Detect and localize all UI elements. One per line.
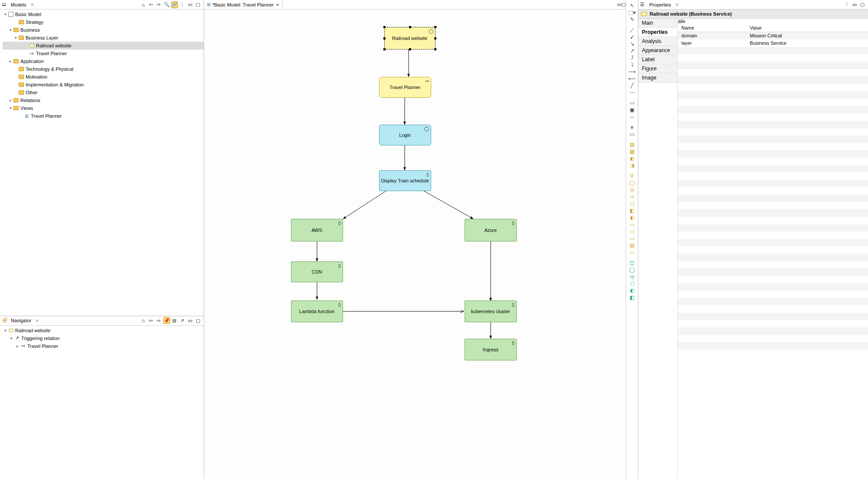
palette-biz2-icon[interactable]: ▦	[628, 149, 636, 155]
palette-line3-icon[interactable]: ↘	[628, 41, 636, 47]
back-icon[interactable]: ⇦	[148, 317, 155, 324]
nav-travel-planner[interactable]: ▸⇨ Travel Planner	[3, 342, 204, 350]
palette-note-icon[interactable]: ▭	[628, 100, 636, 106]
palette-line8-icon[interactable]: ⟵	[628, 76, 636, 82]
tab-properties[interactable]: Properties	[638, 28, 677, 37]
view-menu-icon[interactable]: ⋮	[179, 1, 186, 8]
search-icon[interactable]: 🔍	[163, 1, 170, 8]
tab-main[interactable]: Main	[638, 19, 677, 28]
minimize-icon[interactable]: ▭	[187, 317, 194, 324]
view-menu-icon[interactable]: ⋮	[843, 1, 850, 8]
table-row[interactable]: layer Business Service	[678, 40, 868, 47]
forward-icon[interactable]: ⇨	[155, 317, 162, 324]
palette-biz3-icon[interactable]: ◐	[628, 155, 636, 162]
nav-triggering[interactable]: ▾↗ Triggering relation	[3, 334, 204, 342]
palette-line2-icon[interactable]: ↙	[628, 34, 636, 40]
palette-biz1-icon[interactable]: ▧	[628, 142, 636, 148]
node-aws[interactable]: AWS ▯	[291, 219, 343, 241]
palette-app5-icon[interactable]: ◐	[628, 287, 636, 294]
palette-object-icon[interactable]: ▭	[628, 235, 636, 241]
maximize-icon[interactable]: ▢	[621, 2, 626, 7]
home-icon[interactable]: ⌂	[140, 317, 147, 324]
tree-views[interactable]: ▾ Views	[3, 104, 204, 112]
palette-interface-icon[interactable]: ⇨	[628, 194, 636, 200]
tree-motivation[interactable]: Motivation	[3, 73, 204, 81]
tree-relations[interactable]: ▸ Relations	[3, 96, 204, 104]
palette-app6-icon[interactable]: ◧	[628, 294, 636, 301]
tree-business-layer[interactable]: ▾ Business Layer	[3, 34, 204, 42]
tab-figure[interactable]: Figure	[638, 64, 677, 73]
tree-implementation[interactable]: Implementation & Migration	[3, 81, 204, 89]
node-azure[interactable]: Azure ▯	[465, 219, 517, 241]
minimize-icon[interactable]: ▭	[851, 1, 858, 8]
palette-biz4-icon[interactable]: ◑	[628, 162, 636, 168]
tab-analysis[interactable]: Analysis	[638, 37, 677, 46]
close-icon[interactable]: ×	[29, 1, 36, 8]
tree-root[interactable]: ▾ Basic Model	[3, 10, 204, 18]
table-row[interactable]: domain Mission Critical	[678, 32, 868, 40]
tree-strategy[interactable]: Strategy	[3, 18, 204, 26]
palette-line4-icon[interactable]: ↗	[628, 48, 636, 54]
models-tree[interactable]: ▾ Basic Model Strategy ▾ Business ▾ Busi…	[0, 10, 204, 316]
palette-location-icon[interactable]: ⎈	[628, 124, 636, 130]
palette-line1-icon[interactable]: ／	[628, 27, 636, 33]
tree-application[interactable]: ▸ Application	[3, 57, 204, 65]
node-display-train[interactable]: Display Train schedule ▯	[379, 170, 431, 191]
palette-format-icon[interactable]: ✎	[628, 17, 636, 23]
palette-marquee-icon[interactable]: ⬚▾	[628, 10, 636, 16]
editor-tab[interactable]: ⊞ *Basic Model: Travel Planner ×	[204, 1, 283, 8]
close-icon[interactable]: ×	[34, 317, 41, 324]
close-icon[interactable]: ×	[276, 2, 279, 7]
tree-travel-planner[interactable]: ⇨ Travel Planner	[3, 50, 204, 57]
node-travel-planner[interactable]: Travel Planner ⇨	[379, 77, 431, 98]
maximize-icon[interactable]: ▢	[859, 1, 866, 8]
palette-app4-icon[interactable]: ⬠	[628, 281, 636, 287]
properties-table[interactable]: älle Name Value domain Mission Critical …	[677, 19, 868, 479]
palette-service-icon[interactable]: ▭	[628, 228, 636, 235]
palette-app2-icon[interactable]: ◯	[628, 267, 636, 273]
back-icon[interactable]: ⇦	[148, 1, 155, 8]
tab-image[interactable]: Image	[638, 73, 677, 83]
pin-icon[interactable]: 📌	[163, 317, 170, 324]
tree-other[interactable]: Other	[3, 89, 204, 96]
palette-event-icon[interactable]: ▭	[628, 221, 636, 228]
maximize-icon[interactable]: ▢	[195, 317, 201, 324]
palette-line5-icon[interactable]: ⤴	[628, 55, 636, 61]
maximize-icon[interactable]: ▢	[195, 1, 201, 8]
forward-icon[interactable]: ⇨	[155, 1, 162, 8]
palette-connect-icon[interactable]: ─	[628, 114, 636, 120]
node-railroad-website[interactable]: Railroad website ◯	[384, 27, 436, 50]
minimize-icon[interactable]: ▭	[617, 2, 621, 7]
nav-root[interactable]: ▾ Railroad website	[3, 327, 204, 334]
link-icon[interactable]: 🔗	[171, 1, 178, 8]
palette-junction-icon[interactable]: ▭	[628, 131, 636, 137]
close-icon[interactable]: ×	[673, 1, 680, 8]
palette-line9-icon[interactable]: ╱	[628, 83, 636, 89]
palette-contract-icon[interactable]: ▤	[628, 242, 636, 248]
navigator-tree[interactable]: ▾ Railroad website ▾↗ Triggering relatio…	[0, 326, 204, 479]
palette-line10-icon[interactable]: ⋯	[628, 89, 636, 96]
tab-appearance[interactable]: Appearance	[638, 46, 677, 55]
diagram-canvas[interactable]: Railroad website ◯ Travel Planner ⇨ Logi…	[204, 10, 626, 479]
palette-interaction-icon[interactable]: ◐	[628, 215, 636, 221]
palette-role-icon[interactable]: ◯	[628, 180, 636, 186]
palette-select-icon[interactable]: ↖	[628, 3, 636, 9]
minimize-icon[interactable]: ▭	[187, 1, 194, 8]
palette-line6-icon[interactable]: ⤵	[628, 62, 636, 68]
tree-railroad-website[interactable]: Railroad website	[3, 42, 204, 50]
palette-app1-icon[interactable]: ◫	[628, 260, 636, 266]
palette-group-icon[interactable]: ▣	[628, 107, 636, 113]
node-k8s[interactable]: kubernetes cluster ▯	[465, 301, 517, 322]
home-icon[interactable]: ⌂	[140, 1, 147, 8]
tree-view-travel-planner[interactable]: Travel Planner	[3, 112, 204, 120]
col-value[interactable]: Value	[746, 24, 868, 32]
col-name[interactable]: Name	[678, 24, 746, 32]
node-ingress[interactable]: Ingress ▯	[465, 339, 517, 360]
node-login[interactable]: Login ◯	[379, 125, 431, 145]
palette-function-icon[interactable]: ◧	[628, 208, 636, 214]
tab-label[interactable]: Label	[638, 55, 677, 64]
palette-process-icon[interactable]: ⬠	[628, 201, 636, 207]
collapse-icon[interactable]: ⊟	[171, 317, 178, 324]
export-icon[interactable]: ↗	[179, 317, 186, 324]
tree-business[interactable]: ▾ Business	[3, 26, 204, 34]
